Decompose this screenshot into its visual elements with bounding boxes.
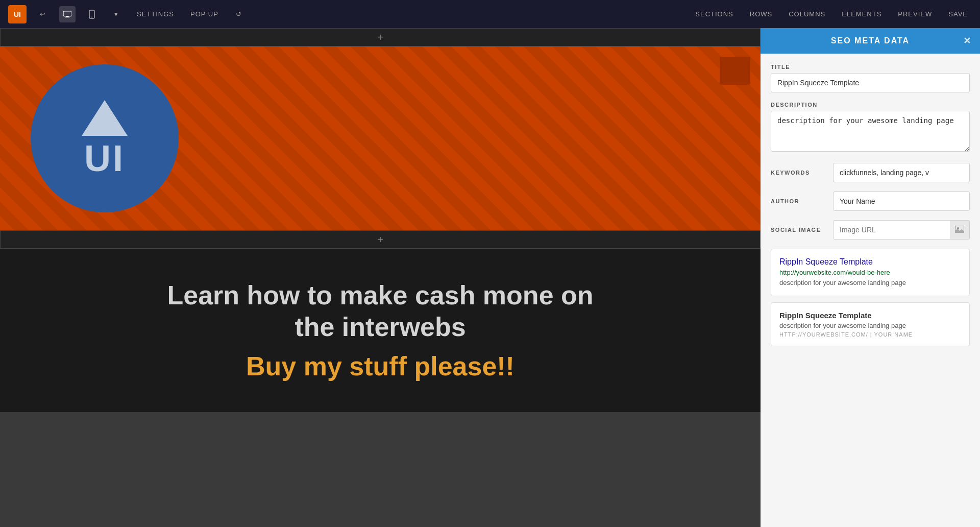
description-field-group: DESCRIPTION description for your awesome…: [771, 102, 970, 154]
main-area: + UI + Learn how to make cash mone on th…: [0, 28, 980, 527]
description-label: DESCRIPTION: [771, 102, 970, 108]
save-button[interactable]: SAVE: [944, 8, 972, 20]
plus-icon: +: [377, 32, 383, 43]
author-group: AUTHOR: [771, 191, 970, 211]
social-image-input[interactable]: [834, 221, 950, 239]
social-image-picker-button[interactable]: [950, 221, 969, 239]
svg-rect-2: [65, 17, 70, 17]
logo-triangle: [82, 100, 128, 136]
google-preview-title[interactable]: RippIn Squeeze Template: [779, 257, 961, 267]
rows-button[interactable]: ROWS: [746, 8, 776, 20]
undo-button[interactable]: ↩: [35, 6, 51, 22]
plus-icon-2: +: [377, 234, 383, 246]
canvas: + UI + Learn how to make cash mone on th…: [0, 28, 761, 527]
main-headline: Learn how to make cash mone on the inter…: [151, 279, 610, 343]
sections-button[interactable]: SECTIONS: [691, 8, 737, 20]
reset-button[interactable]: ↺: [231, 6, 247, 22]
seo-panel-body: TITLE DESCRIPTION description for your a…: [761, 54, 980, 527]
logo-text: UI: [84, 140, 125, 177]
google-preview-url: http://yourwebsite.com/would-be-here: [779, 269, 961, 276]
seo-panel: SEO META DATA ✕ TITLE DESCRIPTION descri…: [761, 28, 980, 527]
keywords-label: KEYWORDS: [771, 170, 827, 176]
hero-logo: UI: [31, 64, 179, 212]
google-preview-card: RippIn Squeeze Template http://yourwebsi…: [771, 249, 970, 296]
keywords-input[interactable]: [833, 163, 970, 182]
dark-section: Learn how to make cash mone on the inter…: [0, 249, 761, 412]
svg-rect-0: [63, 11, 71, 16]
add-section-top[interactable]: +: [0, 28, 761, 46]
elements-button[interactable]: ELEMENTS: [838, 8, 886, 20]
keywords-group: KEYWORDS: [771, 163, 970, 182]
settings-button[interactable]: SETTINGS: [133, 8, 178, 20]
popup-button[interactable]: POP UP: [186, 8, 223, 20]
preview-button[interactable]: PREVIEW: [894, 8, 936, 20]
title-label: TITLE: [771, 64, 970, 70]
author-label: AUTHOR: [771, 198, 827, 204]
svg-point-4: [91, 16, 92, 17]
title-input[interactable]: [771, 73, 970, 92]
seo-panel-header: SEO META DATA ✕: [761, 28, 980, 54]
social-image-label: SOCIAL IMAGE: [771, 227, 827, 233]
svg-rect-1: [66, 16, 68, 17]
hero-section: UI: [0, 46, 761, 230]
seo-panel-close-button[interactable]: ✕: [963, 35, 972, 46]
social-image-input-wrap: [833, 220, 970, 239]
columns-button[interactable]: COLUMNS: [785, 8, 829, 20]
bing-preview-title: RippIn Squeeze Template: [779, 311, 961, 320]
google-preview-desc: description for your awesome landing pag…: [779, 278, 961, 288]
toolbar: UI ↩ ▾ SETTINGS POP UP ↺ SECTIONS ROWS C…: [0, 0, 980, 28]
bing-preview-footer: HTTP://YOURWEBSITE.COM/ | YOUR NAME: [779, 331, 961, 338]
seo-panel-title: SEO META DATA: [831, 36, 910, 45]
title-field-group: TITLE: [771, 64, 970, 92]
sub-headline: Buy my stuff please!!: [151, 351, 610, 381]
app-logo: UI: [8, 5, 27, 23]
description-textarea[interactable]: description for your awesome landing pag…: [771, 111, 970, 152]
social-image-group: SOCIAL IMAGE: [771, 220, 970, 239]
bing-preview-card: RippIn Squeeze Template description for …: [771, 302, 970, 346]
add-section-middle[interactable]: +: [0, 230, 761, 249]
bing-preview-desc: description for your awesome landing pag…: [779, 322, 961, 329]
down-arrow-button[interactable]: ▾: [108, 6, 125, 22]
mobile-view-button[interactable]: [84, 6, 100, 22]
desktop-view-button[interactable]: [59, 6, 76, 22]
author-input[interactable]: [833, 191, 970, 211]
hero-red-button: [720, 57, 750, 85]
